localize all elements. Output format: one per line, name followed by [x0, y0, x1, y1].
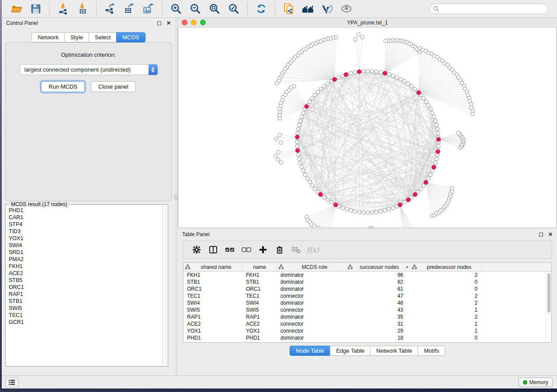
table-row[interactable]: SWI5SWI5connector431: [183, 306, 546, 313]
table-row[interactable]: STB1STB1dominator620: [183, 279, 546, 285]
mcds-result-item[interactable]: ACE2: [9, 270, 162, 277]
table-scrollbar-thumb[interactable]: [547, 273, 550, 313]
run-mcds-button[interactable]: Run MCDS: [41, 81, 85, 92]
function-builder-icon[interactable]: f(x): [307, 244, 318, 255]
window-minimize-icon[interactable]: [191, 20, 197, 25]
delete-column-icon[interactable]: [274, 244, 285, 255]
tab-network-table[interactable]: Network Table: [370, 346, 418, 356]
birds-eye-view-icon[interactable]: [339, 2, 353, 16]
cell-successor-nodes: 29: [346, 327, 410, 334]
network-canvas[interactable]: [178, 28, 557, 244]
table-scrollbar[interactable]: [546, 272, 551, 342]
table-row[interactable]: RAP1RAP1dominator352: [183, 313, 546, 320]
mcds-result-item[interactable]: PHD1: [9, 207, 162, 214]
cell-successor-nodes: 35: [346, 313, 410, 320]
table-row[interactable]: TEC1TEC1connector472: [183, 292, 546, 299]
mcds-result-item[interactable]: TID3: [9, 228, 162, 235]
cell-shared-name: PHD1: [183, 334, 242, 341]
mcds-result-item[interactable]: RAP1: [9, 291, 162, 298]
table-panel-header: Table Panel ✕: [178, 229, 557, 240]
refresh-network-icon[interactable]: [254, 2, 268, 16]
zoom-out-icon[interactable]: [188, 2, 202, 16]
save-session-icon[interactable]: [29, 2, 43, 16]
delete-table-icon[interactable]: [291, 244, 302, 255]
mcds-result-item[interactable]: ORC1: [9, 284, 162, 291]
cell-MCDS-role: connector: [277, 306, 346, 313]
mcds-result-item[interactable]: STB1: [9, 298, 162, 305]
zoom-fit-content-icon[interactable]: [208, 2, 221, 16]
column-visibility-icon[interactable]: [208, 244, 219, 255]
hide-graphics-details-icon[interactable]: [320, 2, 334, 16]
column-header-successor-nodes[interactable]: successor nodes▾: [346, 263, 410, 271]
mcds-result-item[interactable]: GCR1: [9, 319, 162, 326]
criterion-select[interactable]: largest connected component (undirected): [20, 64, 158, 75]
mcds-result-item[interactable]: FKH1: [9, 263, 162, 270]
cell-name: ACE2: [242, 320, 277, 327]
tab-node-table[interactable]: Node Table: [290, 346, 331, 356]
node-table: shared namenameMCDS rolesuccessor nodes▾…: [183, 262, 552, 343]
open-session-icon[interactable]: [10, 2, 24, 16]
column-header-MCDS-role[interactable]: MCDS role: [277, 263, 346, 271]
tab-style[interactable]: Style: [64, 32, 89, 42]
zoom-in-icon[interactable]: [169, 2, 183, 16]
memory-button[interactable]: Memory: [519, 378, 553, 387]
window-close-icon[interactable]: [182, 20, 187, 25]
mcds-result-item[interactable]: YOX1: [9, 235, 162, 242]
column-header-name[interactable]: name: [242, 263, 277, 271]
mcds-result-item[interactable]: STB5: [9, 277, 162, 284]
table-options-icon[interactable]: [191, 244, 202, 255]
clone-network-icon[interactable]: [282, 2, 296, 16]
window-zoom-icon[interactable]: [200, 20, 206, 25]
mcds-tab-content: Optimization criterion: largest connecte…: [5, 42, 172, 201]
mcds-list-scrollbar[interactable]: [162, 205, 167, 366]
table-row[interactable]: YOX1YOX1connector291: [183, 327, 546, 334]
table-row[interactable]: FKH1FKH1dominator962: [183, 272, 546, 279]
tab-select[interactable]: Select: [89, 32, 117, 42]
import-table-icon[interactable]: [76, 2, 90, 16]
column-header-predecessor-nodes[interactable]: predecessor nodes: [410, 263, 482, 271]
close-panel-icon[interactable]: ✕: [548, 233, 553, 237]
search-box: [429, 3, 548, 14]
cell-predecessor-nodes: 2: [410, 299, 482, 306]
mcds-result-item[interactable]: CAR1: [9, 214, 162, 221]
add-column-icon[interactable]: [257, 244, 269, 255]
close-panel-icon[interactable]: ✕: [166, 21, 171, 25]
export-table-icon[interactable]: [122, 2, 136, 16]
export-network-icon[interactable]: [103, 2, 117, 16]
first-neighbors-icon[interactable]: [301, 2, 315, 16]
select-all-check-icon[interactable]: [224, 244, 235, 255]
table-row[interactable]: SWI4SWI4dominator462: [183, 299, 546, 306]
mcds-result-item[interactable]: SRD1: [9, 249, 162, 256]
criterion-value: largest connected component (undirected): [24, 66, 131, 73]
column-header-shared-name[interactable]: shared name: [183, 263, 242, 271]
mcds-result-item[interactable]: PMA2: [9, 256, 162, 263]
mcds-result-item[interactable]: TEC1: [9, 312, 162, 319]
mcds-result-list[interactable]: PHD1CAR1STP4TID3YOX1SWI4SRD1PMA2FKH1ACE2…: [6, 205, 162, 366]
mcds-result-item[interactable]: SWI5: [9, 305, 162, 312]
task-history-icon[interactable]: [5, 378, 18, 387]
cell-name: YOX1: [242, 327, 277, 334]
table-row[interactable]: ORC1ORC1dominator610: [183, 285, 546, 292]
float-panel-icon[interactable]: [157, 21, 161, 25]
float-panel-icon[interactable]: [539, 233, 543, 237]
table-row[interactable]: ACE2ACE2connector311: [183, 320, 546, 327]
mcds-result-item[interactable]: STP4: [9, 221, 162, 228]
zoom-selected-icon[interactable]: [227, 2, 241, 16]
tab-mcds[interactable]: MCDS: [116, 32, 145, 42]
deselect-all-icon[interactable]: [241, 244, 252, 255]
cell-name: PHD1: [242, 334, 277, 341]
import-network-icon[interactable]: [56, 2, 70, 16]
table-row[interactable]: PHD1PHD1dominator180: [183, 334, 546, 341]
tab-motifs[interactable]: Motifs: [418, 346, 445, 356]
close-panel-button[interactable]: Close panel: [91, 81, 136, 92]
cell-shared-name: FKH1: [183, 272, 242, 279]
tab-network[interactable]: Network: [31, 32, 65, 42]
tab-edge-table[interactable]: Edge Table: [330, 346, 370, 356]
cell-name: FKH1: [242, 272, 277, 279]
search-input[interactable]: [429, 3, 548, 14]
status-bar: Memory: [2, 375, 557, 389]
cell-predecessor-nodes: 1: [410, 306, 482, 313]
cell-name: SWI5: [242, 306, 277, 313]
export-image-icon[interactable]: [142, 2, 156, 16]
mcds-result-item[interactable]: SWI4: [9, 242, 162, 249]
